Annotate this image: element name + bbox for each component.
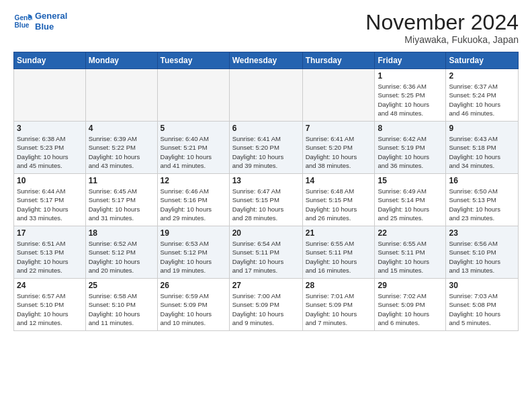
day-cell: 14Sunrise: 6:48 AM Sunset: 5:15 PM Dayli… <box>302 174 375 226</box>
day-cell: 21Sunrise: 6:55 AM Sunset: 5:11 PM Dayli… <box>302 226 375 279</box>
day-cell: 10Sunrise: 6:44 AM Sunset: 5:17 PM Dayli… <box>14 174 86 226</box>
day-cell: 9Sunrise: 6:43 AM Sunset: 5:18 PM Daylig… <box>446 122 519 174</box>
day-cell: 30Sunrise: 7:03 AM Sunset: 5:08 PM Dayli… <box>446 279 519 331</box>
week-row-4: 17Sunrise: 6:51 AM Sunset: 5:13 PM Dayli… <box>14 226 519 279</box>
day-info: Sunrise: 6:41 AM Sunset: 5:20 PM Dayligh… <box>306 134 372 170</box>
day-number: 30 <box>449 281 515 290</box>
day-info: Sunrise: 6:37 AM Sunset: 5:24 PM Dayligh… <box>449 82 515 118</box>
day-info: Sunrise: 6:50 AM Sunset: 5:13 PM Dayligh… <box>449 187 515 222</box>
header-row: Sunday Monday Tuesday Wednesday Thursday… <box>14 52 519 69</box>
day-info: Sunrise: 6:44 AM Sunset: 5:17 PM Dayligh… <box>17 187 83 222</box>
col-friday: Friday <box>375 52 446 69</box>
day-number: 7 <box>306 124 372 133</box>
day-cell: 17Sunrise: 6:51 AM Sunset: 5:13 PM Dayli… <box>14 226 86 279</box>
day-number: 28 <box>306 281 372 290</box>
day-cell: 29Sunrise: 7:02 AM Sunset: 5:09 PM Dayli… <box>375 279 446 331</box>
svg-text:Blue: Blue <box>15 21 30 28</box>
day-number: 26 <box>161 281 226 290</box>
day-number: 27 <box>232 281 300 290</box>
day-info: Sunrise: 6:58 AM Sunset: 5:10 PM Dayligh… <box>89 291 154 327</box>
day-cell <box>229 69 302 122</box>
day-number: 23 <box>449 228 515 238</box>
day-number: 15 <box>378 176 443 185</box>
day-number: 17 <box>17 228 83 238</box>
day-number: 5 <box>161 124 226 133</box>
day-cell: 11Sunrise: 6:45 AM Sunset: 5:17 PM Dayli… <box>85 174 157 226</box>
col-tuesday: Tuesday <box>157 52 229 69</box>
day-info: Sunrise: 6:41 AM Sunset: 5:20 PM Dayligh… <box>232 134 300 170</box>
day-cell: 15Sunrise: 6:49 AM Sunset: 5:14 PM Dayli… <box>375 174 446 226</box>
day-info: Sunrise: 6:51 AM Sunset: 5:13 PM Dayligh… <box>17 239 83 275</box>
day-info: Sunrise: 7:01 AM Sunset: 5:09 PM Dayligh… <box>306 291 372 327</box>
day-info: Sunrise: 6:52 AM Sunset: 5:12 PM Dayligh… <box>89 239 154 275</box>
day-cell: 8Sunrise: 6:42 AM Sunset: 5:19 PM Daylig… <box>375 122 446 174</box>
week-row-1: 1Sunrise: 6:36 AM Sunset: 5:25 PM Daylig… <box>14 69 519 122</box>
day-info: Sunrise: 6:56 AM Sunset: 5:10 PM Dayligh… <box>449 239 515 275</box>
day-cell: 24Sunrise: 6:57 AM Sunset: 5:10 PM Dayli… <box>14 279 86 331</box>
week-row-5: 24Sunrise: 6:57 AM Sunset: 5:10 PM Dayli… <box>14 279 519 331</box>
logo-icon: General Blue <box>13 12 32 31</box>
day-info: Sunrise: 6:45 AM Sunset: 5:17 PM Dayligh… <box>89 187 154 222</box>
week-row-3: 10Sunrise: 6:44 AM Sunset: 5:17 PM Dayli… <box>14 174 519 226</box>
day-number: 22 <box>378 228 443 238</box>
logo-line2: Blue <box>35 21 54 32</box>
day-info: Sunrise: 6:57 AM Sunset: 5:10 PM Dayligh… <box>17 291 83 327</box>
day-cell: 23Sunrise: 6:56 AM Sunset: 5:10 PM Dayli… <box>446 226 519 279</box>
col-monday: Monday <box>85 52 157 69</box>
day-info: Sunrise: 6:49 AM Sunset: 5:14 PM Dayligh… <box>378 187 443 222</box>
day-number: 11 <box>89 176 154 185</box>
logo-text: General Blue <box>35 11 67 32</box>
day-cell: 20Sunrise: 6:54 AM Sunset: 5:11 PM Dayli… <box>229 226 302 279</box>
location: Miyawaka, Fukuoka, Japan <box>365 34 519 45</box>
day-cell <box>157 69 229 122</box>
calendar: Sunday Monday Tuesday Wednesday Thursday… <box>13 52 519 331</box>
day-info: Sunrise: 7:03 AM Sunset: 5:08 PM Dayligh… <box>449 291 515 327</box>
col-wednesday: Wednesday <box>229 52 302 69</box>
day-number: 14 <box>306 176 372 185</box>
day-number: 19 <box>161 228 226 238</box>
day-number: 6 <box>232 124 300 133</box>
day-info: Sunrise: 6:55 AM Sunset: 5:11 PM Dayligh… <box>306 239 372 275</box>
day-number: 24 <box>17 281 83 290</box>
day-number: 29 <box>378 281 443 290</box>
day-cell: 13Sunrise: 6:47 AM Sunset: 5:15 PM Dayli… <box>229 174 302 226</box>
day-number: 20 <box>232 228 300 238</box>
day-cell <box>85 69 157 122</box>
day-cell: 25Sunrise: 6:58 AM Sunset: 5:10 PM Dayli… <box>85 279 157 331</box>
day-cell: 6Sunrise: 6:41 AM Sunset: 5:20 PM Daylig… <box>229 122 302 174</box>
day-info: Sunrise: 6:39 AM Sunset: 5:22 PM Dayligh… <box>89 134 154 170</box>
day-info: Sunrise: 6:42 AM Sunset: 5:19 PM Dayligh… <box>378 134 443 170</box>
day-number: 3 <box>17 124 83 133</box>
day-info: Sunrise: 6:53 AM Sunset: 5:12 PM Dayligh… <box>161 239 226 275</box>
week-row-2: 3Sunrise: 6:38 AM Sunset: 5:23 PM Daylig… <box>14 122 519 174</box>
day-info: Sunrise: 6:59 AM Sunset: 5:09 PM Dayligh… <box>161 291 226 327</box>
day-number: 8 <box>378 124 443 133</box>
day-info: Sunrise: 6:43 AM Sunset: 5:18 PM Dayligh… <box>449 134 515 170</box>
day-number: 16 <box>449 176 515 185</box>
month-title: November 2024 <box>365 11 519 34</box>
day-cell: 5Sunrise: 6:40 AM Sunset: 5:21 PM Daylig… <box>157 122 229 174</box>
day-number: 21 <box>306 228 372 238</box>
day-number: 4 <box>89 124 154 133</box>
day-number: 13 <box>232 176 300 185</box>
day-number: 1 <box>378 71 443 81</box>
col-sunday: Sunday <box>14 52 86 69</box>
day-info: Sunrise: 6:54 AM Sunset: 5:11 PM Dayligh… <box>232 239 300 275</box>
day-info: Sunrise: 7:02 AM Sunset: 5:09 PM Dayligh… <box>378 291 443 327</box>
day-info: Sunrise: 7:00 AM Sunset: 5:09 PM Dayligh… <box>232 291 300 327</box>
day-info: Sunrise: 6:55 AM Sunset: 5:11 PM Dayligh… <box>378 239 443 275</box>
day-cell: 18Sunrise: 6:52 AM Sunset: 5:12 PM Dayli… <box>85 226 157 279</box>
day-number: 18 <box>89 228 154 238</box>
day-cell: 3Sunrise: 6:38 AM Sunset: 5:23 PM Daylig… <box>14 122 86 174</box>
day-cell: 22Sunrise: 6:55 AM Sunset: 5:11 PM Dayli… <box>375 226 446 279</box>
day-info: Sunrise: 6:47 AM Sunset: 5:15 PM Dayligh… <box>232 187 300 222</box>
logo: General Blue General Blue <box>13 11 67 32</box>
day-info: Sunrise: 6:48 AM Sunset: 5:15 PM Dayligh… <box>306 187 372 222</box>
day-cell: 7Sunrise: 6:41 AM Sunset: 5:20 PM Daylig… <box>302 122 375 174</box>
day-info: Sunrise: 6:36 AM Sunset: 5:25 PM Dayligh… <box>378 82 443 118</box>
day-number: 2 <box>449 71 515 81</box>
day-number: 9 <box>449 124 515 133</box>
day-cell: 12Sunrise: 6:46 AM Sunset: 5:16 PM Dayli… <box>157 174 229 226</box>
day-cell: 1Sunrise: 6:36 AM Sunset: 5:25 PM Daylig… <box>375 69 446 122</box>
day-cell: 27Sunrise: 7:00 AM Sunset: 5:09 PM Dayli… <box>229 279 302 331</box>
